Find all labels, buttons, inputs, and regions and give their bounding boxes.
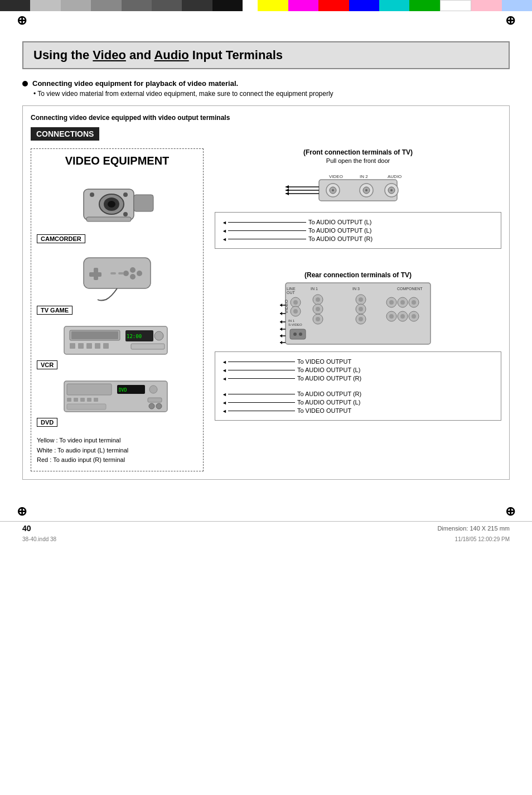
- svg-rect-26: [103, 343, 109, 349]
- svg-point-6: [123, 192, 128, 197]
- rear-conn-4: To AUDIO OUTPUT (R): [222, 391, 494, 397]
- front-arrow-3: [222, 235, 228, 242]
- svg-point-41: [149, 386, 157, 393]
- svg-rect-25: [95, 343, 100, 349]
- svg-text:IN 3: IN 3: [352, 287, 360, 291]
- svg-point-54: [390, 189, 393, 191]
- rear-arrow-1: [222, 358, 228, 365]
- svg-rect-36: [87, 398, 91, 402]
- dimension-text: Dimension: 140 X 215 mm: [437, 525, 510, 532]
- svg-point-85: [299, 333, 302, 336]
- svg-point-16: [123, 271, 129, 276]
- rear-conn-1: To VIDEO OUTPUT: [222, 358, 494, 365]
- color-bar-white: [440, 0, 471, 11]
- bullet-sub-text: To view video material from external vid…: [22, 90, 510, 98]
- bullet-main-text: Connecting video equipment for playback …: [32, 79, 238, 88]
- svg-point-5: [90, 192, 94, 197]
- svg-point-101: [400, 314, 405, 319]
- tvgame-image: [37, 252, 197, 302]
- dvd-label: DVD: [37, 418, 57, 427]
- rear-conn-2: To AUDIO OUTPUT (L): [222, 367, 494, 373]
- page-number: 40: [22, 524, 31, 533]
- color-bar-magenta: [288, 0, 318, 11]
- svg-marker-113: [280, 334, 282, 338]
- vcr-label: VCR: [37, 360, 57, 369]
- svg-point-87: [359, 297, 363, 302]
- svg-point-7: [123, 212, 128, 216]
- color-bar-pink: [471, 0, 501, 11]
- camcorder-svg: [72, 175, 162, 231]
- reg-mark-left: ⊕: [17, 13, 27, 28]
- rear-conn-label-1: To VIDEO OUTPUT: [297, 358, 351, 365]
- legend-white: White : To audio input (L) terminal: [37, 446, 197, 456]
- svg-point-97: [412, 300, 416, 305]
- color-bar-2: [30, 0, 60, 11]
- vcr-image: 12:00: [37, 324, 197, 357]
- camcorder-image: [37, 175, 197, 231]
- color-bar-cyan: [379, 0, 409, 11]
- title-box: Using the Video and Audio Input Terminal…: [22, 41, 510, 69]
- left-panel: VIDEO EQUIPMENT: [31, 148, 204, 471]
- color-bar-4: [91, 0, 121, 11]
- svg-marker-109: [280, 320, 282, 324]
- color-bar-ltblue: [502, 0, 532, 11]
- front-conn-label-3: To AUDIO OUTPUT (R): [308, 235, 373, 242]
- device-camcorder-block: CAMCORDER: [37, 175, 197, 243]
- svg-point-103: [412, 314, 416, 319]
- svg-point-29: [154, 331, 163, 340]
- rear-line-2: [228, 370, 295, 370]
- reg-mark-bottom-left: ⊕: [17, 504, 27, 519]
- rear-conn-label-6: To VIDEO OUTPUT: [297, 407, 351, 414]
- front-conn-label-1: To AUDIO OUTPUT (L): [308, 219, 371, 225]
- svg-rect-35: [80, 398, 85, 402]
- bullet-main: Connecting video equipment for playback …: [22, 79, 510, 88]
- svg-point-48: [332, 189, 334, 191]
- svg-point-99: [389, 314, 394, 319]
- svg-rect-12: [89, 272, 101, 277]
- svg-text:12:00: 12:00: [127, 334, 142, 339]
- svg-rect-83: [290, 329, 306, 339]
- svg-rect-34: [74, 398, 78, 402]
- svg-point-82: [316, 317, 320, 321]
- device-vcr-block: 12:00 VCR: [37, 324, 197, 369]
- rear-terminal-svg: LINE OUT IN 1 IN 3 COMPONENT VIDEO IN 1 …: [280, 280, 436, 347]
- front-line-3: [228, 239, 306, 239]
- svg-text:S-VIDEO: S-VIDEO: [288, 323, 302, 326]
- legend-section: Yellow : To video input terminal White :…: [37, 436, 197, 465]
- svg-text:OUT: OUT: [287, 291, 296, 295]
- rear-connection-group: (Rear connection terminals of TV) LINE O…: [215, 271, 501, 421]
- vcr-svg: 12:00: [61, 324, 173, 357]
- rear-conn-6: To VIDEO OUTPUT: [222, 407, 494, 414]
- rear-line-4: [228, 394, 295, 394]
- svg-text:IN 1: IN 1: [311, 287, 318, 291]
- rear-conn-lines-box: To VIDEO OUTPUT To AUDIO OUTPUT (L) To A…: [215, 351, 501, 421]
- svg-point-13: [130, 267, 136, 273]
- rear-conn-label-5: To AUDIO OUTPUT (L): [297, 399, 360, 406]
- spacer-mid: [215, 260, 501, 271]
- svg-point-43: [156, 403, 162, 409]
- svg-point-80: [316, 307, 320, 311]
- rear-line-3: [228, 378, 295, 379]
- rear-line-1: [228, 362, 295, 362]
- svg-point-84: [293, 333, 297, 336]
- dvd-image: DVD: [37, 378, 197, 415]
- color-bar-5: [122, 0, 152, 11]
- svg-rect-24: [86, 343, 92, 349]
- svg-rect-40: [67, 404, 106, 409]
- rear-terminal-image: LINE OUT IN 1 IN 3 COMPONENT VIDEO IN 1 …: [215, 280, 501, 347]
- front-terminal-svg: VIDEO IN 2 AUDIO: [286, 168, 431, 208]
- svg-text:IN 1: IN 1: [288, 319, 295, 322]
- color-bar-spacer: [243, 0, 258, 11]
- svg-marker-107: [280, 312, 282, 315]
- svg-text:IN 2: IN 2: [360, 174, 368, 179]
- svg-rect-32: [67, 384, 112, 395]
- front-conn-3: To AUDIO OUTPUT (R): [222, 235, 494, 242]
- front-conn-1: To AUDIO OUTPUT (L): [222, 219, 494, 225]
- file-info: 38-40.indd 38: [22, 536, 56, 542]
- svg-rect-22: [70, 343, 75, 349]
- front-conn-lines-box: To AUDIO OUTPUT (L) To AUDIO OUTPUT (L) …: [215, 212, 501, 249]
- main-content: Using the Video and Audio Input Terminal…: [0, 30, 532, 491]
- front-terminal-image: VIDEO IN 2 AUDIO: [215, 168, 501, 208]
- svg-marker-63: [286, 192, 289, 195]
- front-line-2: [228, 230, 306, 231]
